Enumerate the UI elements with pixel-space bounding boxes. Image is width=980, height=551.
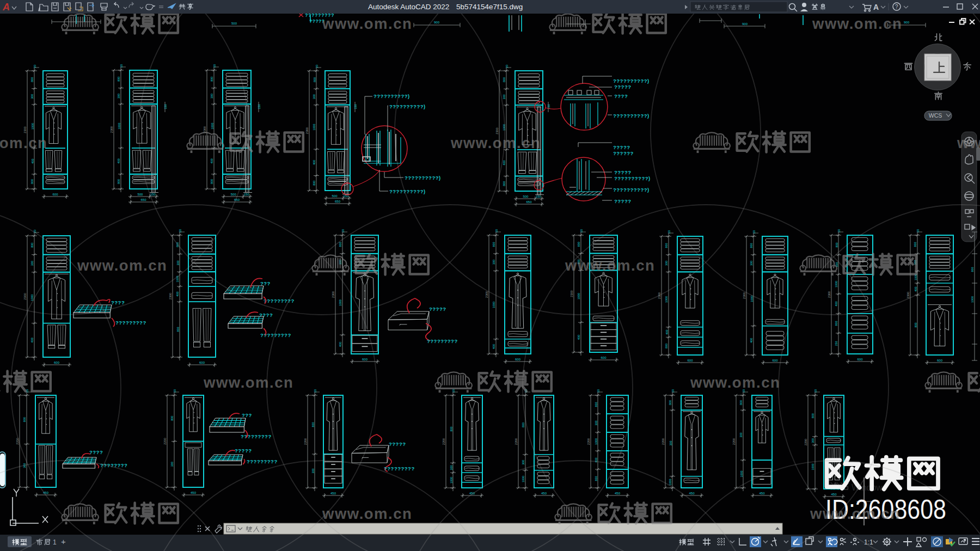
svg-text:800: 800 [812,413,815,418]
svg-text:?????: ????? [613,144,630,150]
svg-text:300: 300 [812,438,815,443]
svg-text:800: 800 [503,77,506,82]
svg-text:20: 20 [524,389,528,393]
svg-text:1000: 1000 [522,476,525,482]
svg-text:450: 450 [469,492,475,495]
svg-text:?????????: ????????? [241,433,272,439]
svg-text:400: 400 [176,292,180,297]
svg-text:300: 300 [311,469,315,474]
svg-text:20: 20 [213,64,216,68]
svg-text:??????????): ??????????) [405,175,441,181]
svg-text:?????????: ????????? [264,298,295,304]
svg-text:800: 800 [23,417,27,422]
svg-text:?????: ????? [614,198,632,204]
svg-text:20: 20 [179,229,182,232]
svg-text:800: 800 [835,321,838,326]
svg-text:300: 300 [31,94,34,99]
svg-text:900: 900 [904,21,910,24]
svg-text:300: 300 [450,466,453,470]
svg-text:??????????): ??????????) [613,113,650,119]
svg-text:1000: 1000 [450,477,453,483]
svg-text:800: 800 [118,179,121,184]
svg-text:20: 20 [916,229,920,232]
svg-text:250: 250 [835,341,838,346]
svg-text:150: 150 [244,193,250,196]
svg-text:20: 20 [671,389,675,393]
svg-text:400: 400 [503,161,506,166]
svg-text:1000: 1000 [313,124,316,130]
svg-text:?????: ????? [429,306,446,312]
svg-text:450: 450 [541,492,547,495]
svg-text:2300: 2300 [658,292,661,299]
svg-text:WCS: WCS [929,112,942,119]
svg-text:800: 800 [914,242,917,247]
svg-text:?????: ????? [235,448,252,454]
svg-text:2200: 2200 [661,438,665,445]
svg-text:800: 800 [31,179,34,184]
svg-text:2300: 2300 [495,127,499,134]
svg-text:1:1: 1:1 [864,538,873,546]
svg-text:600: 600 [52,193,58,196]
svg-text:1000: 1000 [118,123,121,130]
svg-text:1000: 1000 [812,464,815,470]
svg-text:300: 300 [211,94,214,99]
svg-text:????: ???? [614,93,628,99]
svg-text:1000: 1000 [503,124,506,131]
svg-text:800: 800 [503,181,506,186]
svg-text:400: 400 [914,287,917,292]
svg-text:2200: 2200 [732,438,736,445]
svg-text:400: 400 [211,158,214,163]
svg-text:800: 800 [211,77,214,82]
svg-text:600: 600 [937,359,943,362]
svg-text:300: 300 [578,259,581,264]
svg-text:???: ??? [242,412,252,418]
svg-text:800: 800 [311,423,315,427]
svg-text:400: 400 [31,338,34,342]
svg-text:20: 20 [120,64,123,68]
svg-text:800: 800 [665,344,669,348]
svg-text:800: 800 [522,423,525,427]
svg-text:1000: 1000 [176,276,180,283]
svg-text:450: 450 [191,491,197,494]
svg-text:?????: ????? [309,19,324,24]
svg-text:2200: 2200 [804,439,807,445]
svg-text:150: 150 [150,193,156,196]
svg-text:2200: 2200 [587,438,590,445]
svg-text:????: ???? [111,299,125,305]
svg-text:20: 20 [597,389,600,393]
svg-text:300: 300 [503,95,506,100]
svg-text:??????????): ??????????) [613,187,650,193]
svg-text:450: 450 [689,492,695,495]
svg-text:300: 300 [835,262,838,267]
svg-text:1000: 1000 [740,471,743,477]
svg-text:300: 300 [171,462,174,467]
svg-text:?????????: ????????? [247,458,278,464]
svg-text:20: 20 [315,65,318,68]
svg-text:??????????): ??????????) [613,78,650,84]
svg-text:650: 650 [234,198,240,201]
svg-text:1000: 1000 [669,479,672,485]
svg-text:300: 300 [176,261,180,266]
svg-text:450: 450 [615,492,621,495]
svg-text:800: 800 [750,243,754,248]
svg-text:800: 800 [118,77,121,82]
svg-text:400: 400 [595,458,598,463]
svg-text:5b574154e7f15.dwg: 5b574154e7f15.dwg [456,3,523,11]
svg-text:800: 800 [450,427,453,432]
svg-text:800: 800 [176,242,180,247]
svg-text:800: 800 [578,242,581,247]
svg-text:??????????): ??????????) [389,188,426,194]
svg-text:650: 650 [140,198,146,201]
svg-text:600: 600 [687,359,693,362]
svg-text:20: 20 [26,389,29,393]
svg-text:800: 800 [740,400,743,405]
svg-text:800: 800 [595,402,598,407]
svg-text:?: ? [895,4,898,10]
svg-text:20: 20 [33,65,36,68]
svg-text:1000: 1000 [31,295,34,301]
svg-text:800: 800 [595,476,598,481]
svg-text:20: 20 [580,229,583,232]
svg-text:?????????: ????????? [115,320,146,326]
svg-text:???: ??? [260,280,271,286]
svg-text:1000: 1000 [750,296,754,302]
